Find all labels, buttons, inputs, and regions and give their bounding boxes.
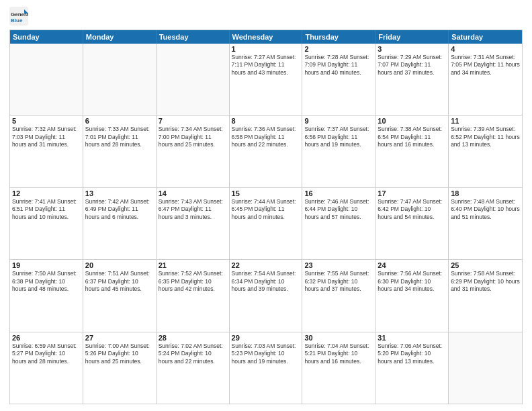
- calendar-cell: 5Sunrise: 7:32 AM Sunset: 7:03 PM Daylig…: [10, 116, 83, 187]
- day-number: 31: [378, 334, 446, 342]
- day-number: 18: [451, 189, 520, 197]
- day-number: 30: [304, 334, 373, 342]
- day-info: Sunrise: 7:32 AM Sunset: 7:03 PM Dayligh…: [12, 126, 81, 148]
- day-info: Sunrise: 7:55 AM Sunset: 6:32 PM Dayligh…: [304, 270, 373, 293]
- calendar-cell: 4Sunrise: 7:31 AM Sunset: 7:05 PM Daylig…: [449, 44, 522, 115]
- calendar-cell: 19Sunrise: 7:50 AM Sunset: 6:38 PM Dayli…: [10, 260, 83, 331]
- day-info: Sunrise: 7:28 AM Sunset: 7:09 PM Dayligh…: [304, 54, 373, 77]
- day-number: 16: [304, 189, 373, 197]
- day-number: 24: [378, 261, 446, 269]
- calendar-cell: 12Sunrise: 7:41 AM Sunset: 6:51 PM Dayli…: [10, 188, 83, 259]
- calendar-cell: [449, 332, 522, 404]
- weekday-header: Thursday: [302, 30, 375, 44]
- calendar-cell: [10, 44, 83, 115]
- day-info: Sunrise: 7:38 AM Sunset: 6:54 PM Dayligh…: [378, 126, 446, 148]
- calendar-cell: 2Sunrise: 7:28 AM Sunset: 7:09 PM Daylig…: [302, 44, 375, 115]
- weekday-header: Monday: [83, 30, 157, 44]
- calendar-body: 1Sunrise: 7:27 AM Sunset: 7:11 PM Daylig…: [10, 44, 522, 404]
- day-number: 10: [378, 117, 446, 125]
- day-number: 2: [304, 45, 373, 53]
- day-number: 26: [12, 334, 81, 342]
- day-number: 17: [378, 189, 446, 197]
- day-number: 1: [232, 45, 300, 53]
- day-info: Sunrise: 7:56 AM Sunset: 6:30 PM Dayligh…: [378, 270, 446, 293]
- calendar-cell: 8Sunrise: 7:36 AM Sunset: 6:58 PM Daylig…: [230, 116, 303, 187]
- calendar-cell: 31Sunrise: 7:06 AM Sunset: 5:20 PM Dayli…: [375, 332, 449, 404]
- calendar-cell: 15Sunrise: 7:44 AM Sunset: 6:45 PM Dayli…: [230, 188, 303, 259]
- day-number: 7: [159, 117, 227, 125]
- calendar-cell: 14Sunrise: 7:43 AM Sunset: 6:47 PM Dayli…: [157, 188, 230, 259]
- day-info: Sunrise: 7:39 AM Sunset: 6:52 PM Dayligh…: [451, 126, 520, 148]
- day-number: 22: [232, 261, 300, 269]
- day-info: Sunrise: 7:34 AM Sunset: 7:00 PM Dayligh…: [159, 126, 227, 148]
- day-info: Sunrise: 7:03 AM Sunset: 5:23 PM Dayligh…: [232, 342, 300, 365]
- day-number: 15: [232, 189, 300, 197]
- weekday-header: Saturday: [449, 30, 522, 44]
- calendar-cell: 24Sunrise: 7:56 AM Sunset: 6:30 PM Dayli…: [375, 260, 449, 331]
- day-info: Sunrise: 6:59 AM Sunset: 5:27 PM Dayligh…: [12, 342, 81, 365]
- day-info: Sunrise: 7:47 AM Sunset: 6:42 PM Dayligh…: [378, 198, 446, 221]
- calendar-cell: 7Sunrise: 7:34 AM Sunset: 7:00 PM Daylig…: [157, 116, 230, 187]
- day-number: 9: [304, 117, 373, 125]
- calendar-row: 1Sunrise: 7:27 AM Sunset: 7:11 PM Daylig…: [10, 44, 522, 115]
- calendar-cell: 18Sunrise: 7:48 AM Sunset: 6:40 PM Dayli…: [449, 188, 522, 259]
- weekday-header: Sunday: [10, 30, 83, 44]
- calendar-cell: 25Sunrise: 7:58 AM Sunset: 6:29 PM Dayli…: [449, 260, 522, 331]
- calendar-cell: 16Sunrise: 7:46 AM Sunset: 6:44 PM Dayli…: [302, 188, 375, 259]
- calendar-cell: 1Sunrise: 7:27 AM Sunset: 7:11 PM Daylig…: [230, 44, 303, 115]
- day-number: 12: [12, 189, 81, 197]
- day-number: 20: [85, 261, 154, 269]
- calendar: SundayMondayTuesdayWednesdayThursdayFrid…: [9, 30, 523, 404]
- calendar-cell: 26Sunrise: 6:59 AM Sunset: 5:27 PM Dayli…: [10, 332, 83, 404]
- calendar-cell: 11Sunrise: 7:39 AM Sunset: 6:52 PM Dayli…: [449, 116, 522, 187]
- calendar-cell: 10Sunrise: 7:38 AM Sunset: 6:54 PM Dayli…: [375, 116, 449, 187]
- day-number: 14: [159, 189, 227, 197]
- day-info: Sunrise: 7:36 AM Sunset: 6:58 PM Dayligh…: [232, 126, 300, 148]
- day-info: Sunrise: 7:29 AM Sunset: 7:07 PM Dayligh…: [378, 54, 446, 77]
- day-info: Sunrise: 7:42 AM Sunset: 6:49 PM Dayligh…: [85, 198, 154, 221]
- calendar-cell: 28Sunrise: 7:02 AM Sunset: 5:24 PM Dayli…: [157, 332, 230, 404]
- day-number: 21: [159, 261, 227, 269]
- day-number: 13: [85, 189, 154, 197]
- calendar-cell: [157, 44, 230, 115]
- day-info: Sunrise: 7:04 AM Sunset: 5:21 PM Dayligh…: [304, 342, 373, 365]
- calendar-row: 5Sunrise: 7:32 AM Sunset: 7:03 PM Daylig…: [10, 115, 522, 187]
- weekday-header: Tuesday: [157, 30, 230, 44]
- calendar-cell: 3Sunrise: 7:29 AM Sunset: 7:07 PM Daylig…: [375, 44, 449, 115]
- calendar-cell: 23Sunrise: 7:55 AM Sunset: 6:32 PM Dayli…: [302, 260, 375, 331]
- day-number: 4: [451, 45, 520, 53]
- calendar-cell: 21Sunrise: 7:52 AM Sunset: 6:35 PM Dayli…: [157, 260, 230, 331]
- day-info: Sunrise: 7:33 AM Sunset: 7:01 PM Dayligh…: [85, 126, 154, 148]
- day-number: 23: [304, 261, 373, 269]
- day-number: 3: [378, 45, 446, 53]
- day-info: Sunrise: 7:54 AM Sunset: 6:34 PM Dayligh…: [232, 270, 300, 293]
- day-info: Sunrise: 7:48 AM Sunset: 6:40 PM Dayligh…: [451, 198, 520, 221]
- calendar-cell: 9Sunrise: 7:37 AM Sunset: 6:56 PM Daylig…: [302, 116, 375, 187]
- day-info: Sunrise: 7:37 AM Sunset: 6:56 PM Dayligh…: [304, 126, 373, 148]
- calendar-cell: 13Sunrise: 7:42 AM Sunset: 6:49 PM Dayli…: [83, 188, 157, 259]
- logo-icon: General Blue: [9, 7, 28, 26]
- calendar-cell: 17Sunrise: 7:47 AM Sunset: 6:42 PM Dayli…: [375, 188, 449, 259]
- day-info: Sunrise: 7:43 AM Sunset: 6:47 PM Dayligh…: [159, 198, 227, 221]
- calendar-cell: [83, 44, 157, 115]
- day-number: 6: [85, 117, 154, 125]
- calendar-cell: 22Sunrise: 7:54 AM Sunset: 6:34 PM Dayli…: [230, 260, 303, 331]
- calendar-cell: 27Sunrise: 7:00 AM Sunset: 5:26 PM Dayli…: [83, 332, 157, 404]
- day-number: 5: [12, 117, 81, 125]
- day-info: Sunrise: 7:51 AM Sunset: 6:37 PM Dayligh…: [85, 270, 154, 293]
- calendar-row: 19Sunrise: 7:50 AM Sunset: 6:38 PM Dayli…: [10, 259, 522, 331]
- day-info: Sunrise: 7:44 AM Sunset: 6:45 PM Dayligh…: [232, 198, 300, 221]
- day-number: 11: [451, 117, 520, 125]
- calendar-row: 26Sunrise: 6:59 AM Sunset: 5:27 PM Dayli…: [10, 332, 522, 404]
- day-info: Sunrise: 7:50 AM Sunset: 6:38 PM Dayligh…: [12, 270, 81, 293]
- day-number: 25: [451, 261, 520, 269]
- calendar-row: 12Sunrise: 7:41 AM Sunset: 6:51 PM Dayli…: [10, 187, 522, 259]
- day-info: Sunrise: 7:41 AM Sunset: 6:51 PM Dayligh…: [12, 198, 81, 221]
- day-number: 29: [232, 334, 300, 342]
- day-number: 28: [159, 334, 227, 342]
- calendar-cell: 20Sunrise: 7:51 AM Sunset: 6:37 PM Dayli…: [83, 260, 157, 331]
- weekday-header: Wednesday: [230, 30, 303, 44]
- day-number: 19: [12, 261, 81, 269]
- svg-text:Blue: Blue: [11, 17, 23, 24]
- day-info: Sunrise: 7:02 AM Sunset: 5:24 PM Dayligh…: [159, 342, 227, 365]
